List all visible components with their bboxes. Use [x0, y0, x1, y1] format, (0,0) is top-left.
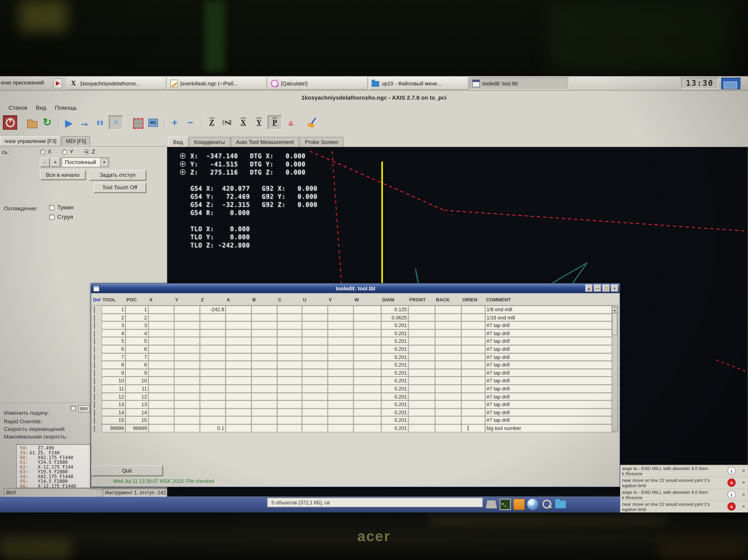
cell-w[interactable] — [353, 321, 381, 329]
cell-y[interactable] — [174, 409, 200, 416]
optional-pause-icon[interactable]: M1 — [146, 115, 160, 129]
cell-orien[interactable] — [461, 353, 485, 361]
checkbox-icon[interactable] — [49, 205, 54, 210]
cell-poc[interactable]: 12 — [125, 393, 148, 400]
checkbox-icon[interactable] — [94, 330, 95, 337]
cell-comment[interactable]: #7 tap drill — [485, 385, 619, 393]
cell-c[interactable] — [277, 416, 302, 424]
cell-u[interactable] — [302, 329, 328, 337]
cell-v[interactable] — [328, 345, 353, 353]
cell-comment[interactable]: #7 tap drill — [485, 321, 619, 329]
cell-v[interactable] — [328, 306, 353, 314]
cell-back[interactable] — [435, 329, 461, 337]
menu-item[interactable]: Станок — [8, 104, 27, 111]
cell-poc[interactable]: 3 — [125, 321, 148, 329]
cell-z[interactable] — [200, 377, 226, 385]
cell-comment[interactable]: #7 tap drill — [485, 416, 619, 424]
cell-v[interactable] — [328, 321, 353, 329]
cell-c[interactable] — [277, 424, 302, 432]
minimize-window-icon[interactable]: — — [594, 285, 601, 292]
cell-back[interactable] — [435, 361, 461, 369]
cell-v[interactable] — [328, 400, 353, 409]
cell-comment[interactable]: #7 tap drill — [485, 345, 619, 353]
cell-poc[interactable]: 15 — [125, 416, 148, 424]
cell-a[interactable] — [226, 321, 251, 329]
close-window-icon[interactable]: × — [611, 285, 618, 292]
cell-y[interactable] — [174, 345, 200, 353]
cell-c[interactable] — [277, 337, 302, 345]
cell-w[interactable] — [353, 337, 381, 345]
cell-diam[interactable]: 0.201 — [381, 400, 408, 409]
cell-u[interactable] — [302, 424, 328, 432]
jog-speed-combobox[interactable]: Постоянный ▾ — [62, 157, 109, 167]
delete-row-checkbox[interactable] — [92, 329, 102, 337]
cell-c[interactable] — [277, 306, 302, 314]
cell-orien[interactable] — [461, 361, 485, 369]
cell-front[interactable] — [408, 321, 435, 329]
cell-c[interactable] — [277, 321, 302, 329]
delete-row-checkbox[interactable] — [92, 377, 102, 385]
view-z-rotated-icon[interactable]: Z — [220, 115, 235, 129]
cell-z[interactable] — [200, 369, 226, 377]
cell-diam[interactable]: 0.201 — [381, 353, 408, 361]
cell-b[interactable] — [251, 393, 277, 400]
cell-tool[interactable]: 99999 — [102, 424, 125, 432]
cell-orien[interactable] — [461, 400, 485, 409]
cell-poc[interactable]: 99999 — [125, 424, 148, 432]
cell-x[interactable] — [148, 416, 174, 424]
cell-b[interactable] — [251, 416, 277, 424]
cell-diam[interactable]: 0.201 — [381, 409, 408, 416]
cell-u[interactable] — [302, 337, 328, 345]
cell-z[interactable] — [200, 329, 226, 337]
cell-back[interactable] — [435, 377, 461, 385]
cell-poc[interactable]: 7 — [125, 353, 148, 361]
cell-tool[interactable]: 12 — [102, 393, 125, 400]
cell-diam[interactable]: 0.201 — [381, 337, 408, 345]
cell-w[interactable] — [353, 314, 381, 321]
cell-tool[interactable]: 10 — [102, 377, 125, 385]
home-all-button[interactable]: Все в начало — [40, 170, 86, 180]
cell-z[interactable] — [200, 353, 226, 361]
cell-x[interactable] — [148, 353, 174, 361]
cell-a[interactable] — [226, 345, 251, 353]
cell-front[interactable] — [408, 314, 435, 321]
cell-u[interactable] — [302, 400, 328, 409]
column-header[interactable]: BACK — [435, 294, 461, 306]
cell-poc[interactable]: 5 — [125, 337, 148, 345]
checkbox-icon[interactable] — [94, 425, 95, 432]
run-from-line-icon[interactable]: → — [77, 115, 91, 129]
cell-c[interactable] — [277, 369, 302, 377]
cell-u[interactable] — [302, 314, 328, 321]
cell-front[interactable] — [408, 345, 435, 353]
checkbox-icon[interactable] — [94, 338, 95, 345]
tab-mdi[interactable]: MDI [F5] — [62, 136, 90, 146]
cell-poc[interactable]: 8 — [125, 361, 148, 369]
search-icon[interactable] — [541, 499, 553, 510]
cell-c[interactable] — [277, 345, 302, 353]
cell-comment[interactable]: #7 tap drill — [485, 400, 619, 409]
delete-row-checkbox[interactable] — [92, 361, 102, 369]
gcode-listing[interactable]: 58: Z7.499 59: G1 Z5. F240 60: X42.175 F… — [16, 444, 91, 488]
close-notification-icon[interactable]: × — [742, 480, 745, 485]
cell-b[interactable] — [251, 353, 277, 361]
cell-comment[interactable]: #7 tap drill — [485, 337, 619, 345]
axis-radio[interactable]: X — [40, 148, 52, 155]
cell-z[interactable]: 0.1 — [200, 424, 226, 432]
cell-orien[interactable] — [461, 424, 485, 432]
cell-back[interactable] — [435, 424, 461, 432]
cell-orien[interactable] — [461, 377, 485, 385]
cell-comment[interactable]: 1/16 end mill — [485, 314, 619, 321]
cell-front[interactable] — [408, 409, 435, 416]
cell-comment[interactable]: big tool number — [485, 424, 619, 432]
cell-c[interactable] — [277, 377, 302, 385]
cell-b[interactable] — [251, 306, 277, 314]
cell-orien[interactable] — [461, 306, 485, 314]
cell-y[interactable] — [174, 416, 200, 424]
view-p-icon[interactable]: P — [267, 115, 282, 129]
cell-z[interactable] — [200, 361, 226, 369]
cell-front[interactable] — [408, 385, 435, 393]
cell-c[interactable] — [277, 361, 302, 369]
cell-back[interactable] — [435, 314, 461, 321]
coolant-flood-checkbox[interactable]: Струя — [49, 214, 73, 220]
column-header[interactable]: COMMENT — [485, 294, 619, 306]
